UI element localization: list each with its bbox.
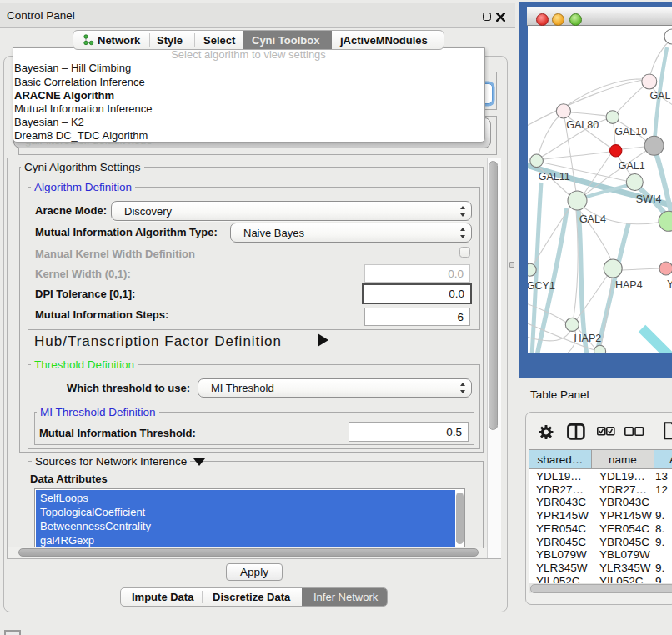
svg-text:GAL1: GAL1 <box>619 160 645 172</box>
svg-text:Y: Y <box>667 278 672 290</box>
svg-text:GAL7: GAL7 <box>649 90 672 102</box>
svg-text:SWI4: SWI4 <box>636 193 662 205</box>
svg-text:HAP4: HAP4 <box>615 279 643 291</box>
svg-text:GAL4: GAL4 <box>579 213 606 225</box>
svg-text:HAP2: HAP2 <box>574 332 602 344</box>
svg-text:GAL80: GAL80 <box>566 119 599 131</box>
svg-text:GCY1: GCY1 <box>528 280 555 292</box>
svg-text:GAL10: GAL10 <box>614 126 647 138</box>
svg-text:GAL11: GAL11 <box>539 171 570 182</box>
